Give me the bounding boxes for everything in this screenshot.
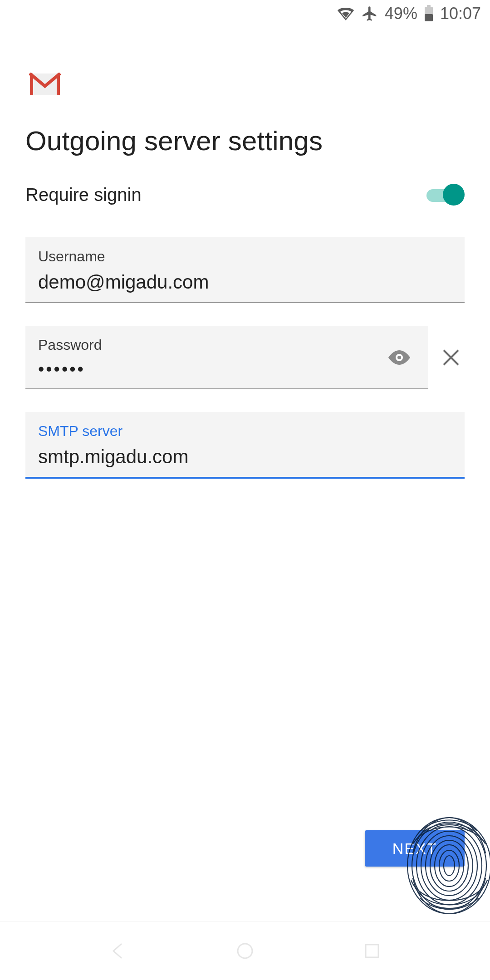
svg-rect-5	[57, 74, 60, 95]
wifi-icon	[337, 6, 355, 21]
main-content: Outgoing server settings Require signin …	[0, 27, 490, 479]
status-bar: 49% 10:07	[0, 0, 490, 27]
navigation-bar	[0, 921, 490, 980]
svg-rect-2	[425, 14, 433, 21]
nav-recent-icon[interactable]	[361, 940, 383, 962]
password-input[interactable]: ••••••	[38, 358, 383, 380]
svg-point-7	[397, 356, 401, 359]
nav-back-icon[interactable]	[107, 940, 129, 962]
svg-point-19	[238, 944, 252, 958]
require-signin-row: Require signin	[25, 184, 465, 206]
username-input[interactable]	[38, 270, 452, 294]
gmail-icon	[29, 73, 465, 98]
nav-home-icon[interactable]	[234, 940, 256, 962]
svg-rect-20	[366, 945, 378, 957]
smtp-server-field[interactable]: SMTP server	[25, 412, 465, 479]
battery-icon	[424, 5, 434, 22]
next-button-label: NEXT	[392, 840, 437, 858]
clock-label: 10:07	[440, 4, 481, 23]
battery-percentage-label: 49%	[385, 4, 417, 23]
password-field[interactable]: Password ••••••	[25, 326, 428, 389]
require-signin-label: Require signin	[25, 185, 142, 205]
smtp-server-input[interactable]	[38, 444, 452, 469]
require-signin-toggle[interactable]	[426, 184, 465, 206]
username-label: Username	[38, 248, 452, 265]
airplane-mode-icon	[361, 5, 378, 22]
svg-rect-4	[30, 74, 33, 95]
toggle-password-visibility-icon[interactable]	[383, 345, 416, 372]
clear-password-icon[interactable]	[437, 348, 465, 368]
page-title: Outgoing server settings	[25, 125, 465, 157]
smtp-server-label: SMTP server	[38, 423, 452, 440]
svg-rect-1	[427, 5, 431, 7]
username-field[interactable]: Username	[25, 237, 465, 303]
password-label: Password	[38, 337, 383, 353]
next-button[interactable]: NEXT	[365, 830, 465, 867]
